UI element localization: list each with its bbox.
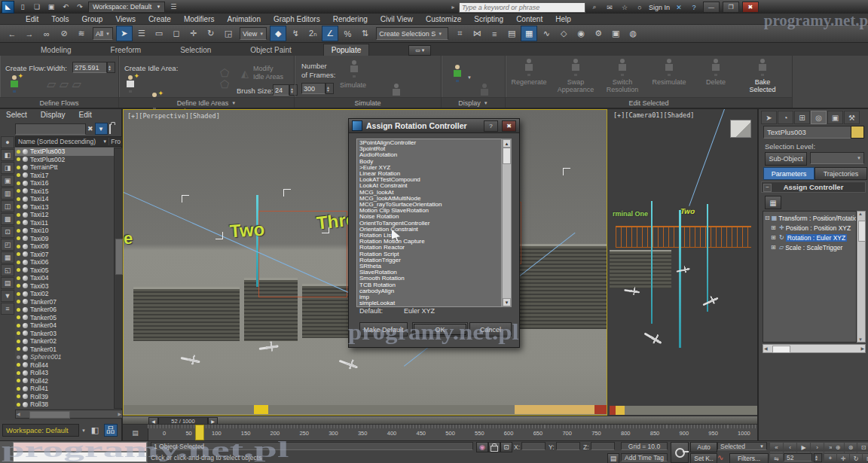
- workspace-dropdown[interactable]: Workspace: Default ▼: [88, 2, 165, 13]
- align-icon[interactable]: ≡: [486, 26, 503, 41]
- maxscript-mini-listener[interactable]: [0, 441, 148, 463]
- material-editor-icon[interactable]: ◉: [573, 26, 589, 41]
- edit-selected-button[interactable]: Bake Selected: [741, 59, 784, 98]
- scroll-right-icon[interactable]: ▶: [860, 346, 864, 351]
- max-logo-icon[interactable]: ◣: [2, 1, 14, 14]
- trajectories-button[interactable]: Trajectories: [815, 167, 867, 180]
- clear-search-icon[interactable]: ✖: [87, 125, 93, 133]
- explorer-menu-item[interactable]: Display: [41, 111, 66, 122]
- zoom-icon[interactable]: ⊕: [832, 442, 844, 452]
- display-xrefs-icon[interactable]: ◰: [1, 239, 14, 251]
- display-all-icon[interactable]: ●: [1, 136, 14, 148]
- search-input[interactable]: [459, 2, 585, 13]
- angle-snap-icon[interactable]: ∠: [322, 26, 338, 41]
- utilities-tab-icon[interactable]: ⚒: [844, 111, 860, 124]
- set-key-mode-button[interactable]: Set K..: [690, 453, 717, 463]
- expand-icon[interactable]: ⊞: [771, 234, 778, 241]
- visibility-bulb-icon[interactable]: [17, 315, 20, 319]
- explorer-object-row[interactable]: Tanker02: [15, 337, 114, 346]
- open-file-icon[interactable]: ❏: [31, 2, 43, 12]
- viewcube[interactable]: [730, 120, 751, 138]
- explorer-object-row[interactable]: Taxi12: [15, 211, 114, 219]
- timeline[interactable]: ▤ 05010015020025030035040045050055060065…: [123, 424, 757, 440]
- tree-horizontal-scrollbar[interactable]: ◀ ▶: [763, 344, 866, 353]
- explorer-object-row[interactable]: TerrainPtt: [15, 163, 114, 172]
- visibility-bulb-icon[interactable]: [17, 181, 20, 185]
- visibility-bulb-icon[interactable]: [17, 229, 20, 233]
- lock-icon[interactable]: [109, 125, 111, 133]
- scroll-right-icon[interactable]: ▶: [118, 411, 121, 416]
- explorer-object-row[interactable]: Tanker06: [15, 306, 114, 314]
- schematic-view-icon[interactable]: ◇: [555, 26, 572, 41]
- search-icon[interactable]: ⌕: [588, 2, 601, 13]
- simulate-footer[interactable]: Simulate: [295, 97, 441, 108]
- tree-vertical-scrollbar[interactable]: ▲ ▼: [857, 211, 866, 343]
- collapse-icon[interactable]: −: [763, 184, 772, 192]
- frames-spinner[interactable]: 300 ▲▼: [301, 83, 334, 94]
- visibility-bulb-icon[interactable]: [17, 379, 20, 382]
- explorer-object-row[interactable]: Tanker05: [15, 314, 114, 322]
- expand-icon[interactable]: ⊟: [765, 215, 770, 221]
- close-button[interactable]: ✖: [742, 2, 759, 13]
- edit-selected-button[interactable]: Resimulate: [647, 59, 691, 98]
- scrollbar-thumb[interactable]: [29, 411, 70, 419]
- visibility-bulb-icon[interactable]: [17, 387, 20, 391]
- visibility-bulb-icon[interactable]: [17, 268, 20, 272]
- restore-button[interactable]: ❐: [723, 2, 739, 13]
- menu-item[interactable]: Group: [82, 15, 103, 23]
- y-coordinate-field[interactable]: [556, 442, 580, 450]
- selection-filter-dropdown[interactable]: All ▼: [93, 27, 113, 40]
- select-object-icon[interactable]: ➤: [116, 26, 133, 41]
- move-icon[interactable]: ✛: [185, 26, 202, 41]
- controller-tree-row[interactable]: ⊞ ✛ Position : Position XYZ: [763, 223, 856, 233]
- current-frame-field[interactable]: 52: [784, 453, 812, 461]
- explorer-menu-item[interactable]: Select: [6, 111, 27, 122]
- visibility-bulb-icon[interactable]: [17, 150, 20, 154]
- edit-named-selection-icon[interactable]: ⌗: [451, 26, 468, 41]
- render-icon[interactable]: ◍: [625, 26, 641, 41]
- explorer-object-row[interactable]: Taxi17: [15, 172, 114, 180]
- minimize-button[interactable]: —: [703, 2, 720, 13]
- display-tab-icon[interactable]: ▣: [827, 111, 843, 124]
- a360-icon[interactable]: ✕: [673, 2, 685, 13]
- flow-width-value[interactable]: 275.591: [72, 62, 107, 73]
- pan-icon[interactable]: ✛: [837, 453, 849, 463]
- controller-tree-row[interactable]: ⊟ ▦ Transform : Position/Rotation,: [763, 213, 856, 223]
- menu-item[interactable]: Modifiers: [184, 15, 215, 23]
- percent-snap-icon[interactable]: %: [339, 26, 356, 41]
- manipulate-icon[interactable]: ↯: [287, 26, 304, 41]
- x-coordinate-field[interactable]: [521, 442, 546, 450]
- play-icon[interactable]: ▶: [797, 442, 810, 452]
- object-name-field[interactable]: TextPlus003: [763, 126, 854, 139]
- menu-item[interactable]: Edit: [26, 15, 38, 23]
- unlink-icon[interactable]: ⊘: [56, 26, 72, 41]
- viewport-label[interactable]: [+][Camera01][Shaded]: [613, 111, 694, 119]
- display-footer[interactable]: Display▼: [442, 97, 505, 108]
- scrollbar-thumb[interactable]: [503, 148, 511, 164]
- edit-selected-button[interactable]: Regenerate: [507, 59, 551, 98]
- idle-area-box-icon[interactable]: ✦: [125, 75, 136, 93]
- assign-controller-button[interactable]: ▦: [765, 196, 781, 209]
- edit-selected-button[interactable]: Switch Resolution: [601, 59, 644, 98]
- controller-tree[interactable]: ⊟ ▦ Transform : Position/Rotation, ⊞ ✛ P…: [763, 211, 857, 343]
- select-by-name-icon[interactable]: ☰: [133, 26, 150, 41]
- visibility-bulb-icon[interactable]: [17, 205, 20, 209]
- explorer-object-row[interactable]: Tanker01: [15, 346, 114, 354]
- display-people-icon[interactable]: [452, 65, 463, 82]
- ribbon-minimize-icon[interactable]: ▭ ▾: [408, 45, 431, 56]
- flow-width-spinner[interactable]: 275.591 ▲▼: [72, 62, 115, 73]
- explorer-object-row[interactable]: Taxi15: [15, 187, 114, 196]
- brush-size-value[interactable]: 24: [273, 84, 289, 96]
- explorer-object-row[interactable]: TextPlus002: [15, 156, 114, 164]
- ribbon-tab[interactable]: Selection: [173, 44, 219, 56]
- key-mode-toggle-icon[interactable]: ⇋: [770, 453, 783, 463]
- go-start-icon[interactable]: «: [770, 442, 783, 452]
- motion-tab-icon[interactable]: ◎: [811, 111, 827, 124]
- display-shapes-icon[interactable]: ◨: [1, 162, 14, 174]
- display-containers-icon[interactable]: ◱: [1, 264, 14, 276]
- visibility-bulb-icon[interactable]: [17, 363, 20, 367]
- explorer-object-row[interactable]: Roll41: [15, 385, 114, 393]
- maximize-viewport-icon[interactable]: ⊞: [863, 453, 868, 463]
- sub-object-button[interactable]: Sub-Object: [765, 152, 807, 166]
- menu-item[interactable]: Help: [555, 15, 571, 23]
